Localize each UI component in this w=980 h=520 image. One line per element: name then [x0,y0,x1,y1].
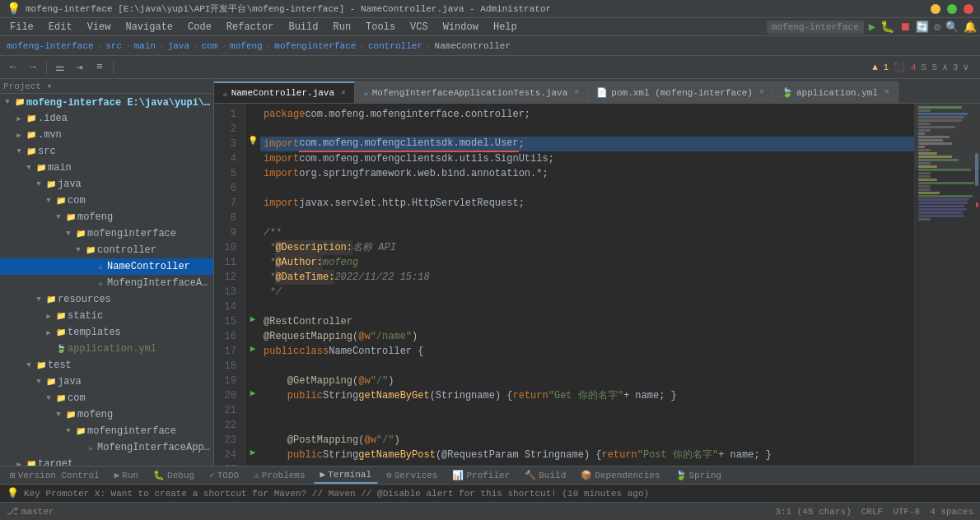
gutter-17[interactable]: ▶ [245,341,260,355]
status-indent[interactable]: 4 spaces [930,507,973,517]
breadcrumb-item-root[interactable]: mofeng-interface [7,41,94,51]
tree-item-controller[interactable]: ▼ 📁 controller [0,242,213,258]
breadcrumb-item-java[interactable]: java [168,41,189,51]
menu-build[interactable]: Build [282,20,324,35]
gutter-24[interactable]: ▶ [245,444,260,459]
breadcrumb-item-main[interactable]: main [134,41,156,51]
tab-apptests[interactable]: ☕ MofengInterfaceApplicationTests.java × [355,81,588,103]
tree-item-test-mofenginterface[interactable]: ▼ 📁 mofenginterface [0,423,213,439]
tree-label-target: target [38,458,73,466]
settings-button[interactable]: ⚙ [934,21,940,34]
menu-file[interactable]: File [3,20,40,35]
warning-indicator[interactable]: ▲ 1 [872,63,889,72]
tree-item-test[interactable]: ▼ 📁 test [0,357,213,374]
tab-close-pom[interactable]: × [759,88,764,97]
search-everywhere-button[interactable]: 🔍 [945,21,959,34]
close-button[interactable] [964,4,973,14]
error-indicator[interactable]: ⬛ 4 [894,62,916,72]
tree-item-mofenginterface[interactable]: ▼ 📁 mofenginterface [0,225,213,242]
bottom-tab-problems[interactable]: ⚠ Problems [247,467,311,484]
folder-icon-mvn: 📁 [25,128,38,142]
tree-item-src[interactable]: ▼ 📁 src [0,143,213,160]
menu-window[interactable]: Window [436,20,485,35]
tab-close-yml[interactable]: × [884,88,889,97]
debug-button[interactable]: 🐛 [880,20,894,34]
menu-view[interactable]: View [81,20,118,35]
bottom-tab-run[interactable]: ▶ Run [108,467,145,484]
minimap-viewport[interactable] [915,104,980,169]
bottom-tab-todo[interactable]: ✓ TODO [203,467,245,484]
gutter-7 [245,193,260,207]
menu-tools[interactable]: Tools [359,20,402,35]
bottom-tab-build[interactable]: 🔨 Build [518,467,572,484]
status-git[interactable]: ⎇ master [7,505,54,518]
tree-item-templates[interactable]: ▶ 📁 templates [0,324,213,341]
menu-vcs[interactable]: VCS [404,20,435,35]
bottom-tab-dependencies[interactable]: 📦 Dependencies [574,467,666,484]
stop-button[interactable]: ⏹ [899,21,911,34]
tree-item-test-mofeng[interactable]: ▼ 📁 mofeng [0,406,213,423]
tree-item-resources[interactable]: ▼ 📁 resources [0,291,213,308]
tree-item-mofeng[interactable]: ▼ 📁 mofeng [0,209,213,225]
tree-item-static[interactable]: ▶ 📁 static [0,308,213,324]
minimap[interactable] [914,104,980,466]
tree-item-mofengapp[interactable]: ☕ MofengInterfaceApplication [0,275,213,291]
tree-item-com[interactable]: ▼ 📁 com [0,193,213,209]
nav-up-btn[interactable]: ∧ [942,62,948,72]
menu-refactor[interactable]: Refactor [220,20,281,35]
tree-item-idea[interactable]: ▶ 📁 .idea [0,110,213,127]
tree-item-apptests[interactable]: ☕ MofengInterfaceApplicationTests [0,439,213,456]
status-crlf[interactable]: CRLF [861,507,883,517]
bottom-tab-terminal[interactable]: ▶ Terminal [314,467,378,484]
menu-navigate[interactable]: Navigate [119,20,180,35]
tab-close-namecontroller[interactable]: × [341,89,346,98]
bottom-tab-versioncontrol[interactable]: ⊞ Version Control [3,467,106,484]
breadcrumb-item-src[interactable]: src [105,41,122,51]
breadcrumb-item-com[interactable]: com [202,41,218,51]
gutter-20[interactable]: ▶ [245,385,260,400]
breadcrumb-item-mofeng[interactable]: mofeng [230,41,263,51]
bottom-tab-profiler[interactable]: 📊 Profiler [446,467,516,484]
menu-edit[interactable]: Edit [42,20,79,35]
minimize-button[interactable] [931,4,940,14]
git-branch-indicator[interactable]: mofeng-interface [767,21,864,34]
bottom-tab-spring[interactable]: 🍃 Spring [669,467,729,484]
tree-item-target[interactable]: ▶ 📁 target [0,456,213,466]
tree-item-mvn[interactable]: ▶ 📁 .mvn [0,127,213,143]
tree-item-root[interactable]: ▼ 📁 mofeng-interface E:\java\yupi\API开发平… [0,94,213,110]
tree-item-application-yml[interactable]: 🍃 application.yml [0,341,213,357]
bottom-tab-debug[interactable]: 🐛 Debug [147,467,201,484]
hint-indicator[interactable]: S 5 [921,63,937,72]
tree-item-main[interactable]: ▼ 📁 main [0,160,213,176]
tab-close-apptests[interactable]: × [574,88,579,97]
toolbar-optimize-btn[interactable]: ≡ [91,59,108,76]
gutter-15[interactable]: ▶ [245,311,260,326]
run-button[interactable]: ▶ [869,20,875,34]
status-encoding[interactable]: UTF-8 [893,507,920,517]
notifications-button[interactable]: 🔔 [964,21,977,34]
tab-yml[interactable]: 🍃 application.yml × [773,81,898,103]
toolbar-forward-btn[interactable]: → [25,59,41,76]
tab-namecontroller[interactable]: ☕ NameController.java × [214,81,355,103]
breadcrumb-item-controller[interactable]: controller [368,41,422,51]
tree-arrow-test: ▼ [23,361,35,369]
menu-code[interactable]: Code [181,20,218,35]
status-position[interactable]: 3:1 (45 chars) [775,507,851,517]
breadcrumb-item-mofenginterface[interactable]: mofenginterface [274,41,356,51]
tree-item-test-java[interactable]: ▼ 📁 java [0,374,213,390]
toolbar-reformat-btn[interactable]: ⚌ [52,59,68,76]
tree-item-java[interactable]: ▼ 📁 java [0,176,213,193]
tab-pom[interactable]: 📄 pom.xml (mofeng-interface) × [588,81,773,103]
line-numbers: 1 2 3 4 5 6 7 8 9 10 11 12 13 14 15 16 1… [214,104,245,466]
tree-item-test-com[interactable]: ▼ 📁 com [0,390,213,406]
bottom-tab-services[interactable]: ⚙ Services [380,467,444,484]
sync-button[interactable]: 🔄 [916,21,929,34]
toolbar-back-btn[interactable]: ← [5,59,21,76]
menu-run[interactable]: Run [326,20,357,35]
nav-down-btn[interactable]: ∨ [963,62,968,72]
toolbar-indent-btn[interactable]: ⇥ [72,59,88,76]
tree-item-namecontroller[interactable]: ☕ NameController [0,258,213,275]
menu-help[interactable]: Help [487,20,524,35]
maximize-button[interactable] [947,4,957,14]
code-editor[interactable]: package com.mofeng.mofenginterface.contr… [260,104,914,466]
